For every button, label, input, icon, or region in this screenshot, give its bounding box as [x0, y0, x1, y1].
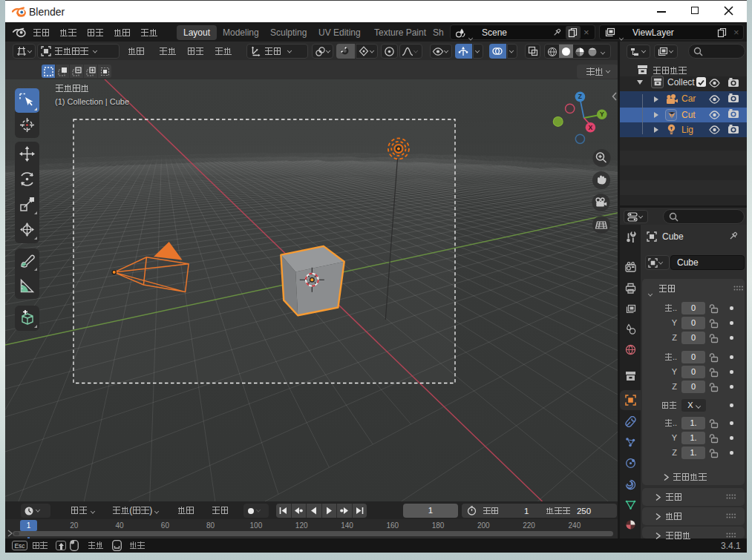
svg-text:Y: Y [600, 111, 604, 118]
svg-text:X: X [589, 124, 593, 131]
svg-text:Z: Z [578, 93, 582, 100]
